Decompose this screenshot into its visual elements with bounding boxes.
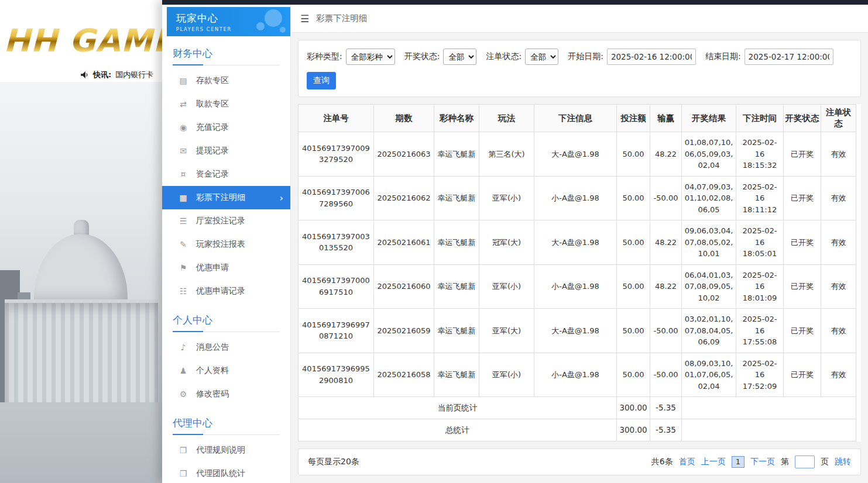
top-dark-strip (162, 0, 868, 5)
table-cell: 已开奖 (784, 176, 821, 220)
main-header: ☰ 彩票下注明细 (291, 5, 868, 33)
sidebar-item-label: 厅室投注记录 (196, 216, 245, 226)
hall-bet-records-icon: ☰ (177, 216, 189, 226)
sidebar-subtitle: PLAYERS CENTER (176, 26, 283, 32)
table-cell: 冠军(大) (479, 220, 534, 265)
table-row: 40156917396995290081020250216058幸运飞艇新亚军(… (299, 353, 856, 397)
table-cell: 401569173969970871210 (299, 309, 374, 353)
page-suffix-text: 页 (821, 457, 829, 467)
menu-toggle-icon[interactable]: ☰ (300, 13, 309, 25)
sidebar-item-agent-team-stats[interactable]: ❒代理团队统计 (173, 462, 284, 483)
table-cell: 03,02,01,10,07,08,04,05,06,09 (682, 309, 736, 353)
next-page-link[interactable]: 下一页 (750, 457, 775, 467)
table-cell: 50.00 (617, 353, 650, 397)
prev-page-link[interactable]: 上一页 (701, 457, 726, 467)
sidebar-item-personal-profile[interactable]: ♟个人资料 (173, 359, 284, 382)
chevron-right-icon: › (280, 192, 283, 203)
column-header: 彩种名称 (434, 105, 479, 132)
bet-status-select[interactable]: 全部 (525, 49, 558, 65)
table-cell: 幸运飞艇新 (434, 220, 479, 265)
sidebar-item-promo-application-records[interactable]: ☷优惠申请记录 (173, 280, 284, 303)
recharge-records-icon: ◉ (177, 123, 189, 132)
end-date-input[interactable] (745, 49, 833, 65)
table-cell: 2025-02-16 18:15:32 (736, 132, 784, 177)
sidebar-item-hall-bet-records[interactable]: ☰厅室投注记录 (173, 209, 284, 233)
jump-link[interactable]: 跳转 (835, 457, 851, 467)
table-cell: 大-A盘@1.98 (534, 220, 617, 265)
sidebar-item-deposit-zone[interactable]: ▤存款专区 (173, 69, 284, 92)
bet-status-label: 注单状态: (486, 51, 522, 62)
ticker-text: 国内银行卡 (115, 70, 153, 80)
start-date-input[interactable] (607, 49, 696, 65)
column-header: 开奖结果 (682, 105, 736, 132)
summary-row: 总统计300.00-5.35 (299, 419, 856, 441)
table-row: 40156917397003013552020250216061幸运飞艇新冠军(… (299, 220, 856, 265)
search-button[interactable]: 查询 (307, 72, 336, 89)
sidebar-item-withdraw-zone[interactable]: ⇄取款专区 (173, 92, 284, 116)
sidebar-item-fund-records[interactable]: ¤资金记录 (173, 163, 284, 186)
sidebar-item-lottery-bet-details[interactable]: ▦彩票下注明细› (162, 186, 290, 209)
draw-status-select[interactable]: 全部 (443, 49, 476, 65)
table-cell: 50.00 (617, 309, 650, 353)
table-row: 40156917396997087121020250216059幸运飞艇新亚军(… (299, 309, 856, 353)
table-cell: 已开奖 (784, 132, 821, 177)
sidebar-item-label: 资金记录 (196, 169, 229, 180)
table-cell: 亚军(小) (479, 353, 534, 397)
table-cell: -50.00 (650, 353, 682, 397)
column-header: 玩法 (479, 105, 534, 132)
deposit-zone-icon: ▤ (177, 76, 189, 85)
sidebar-section-title: 财务中心 (173, 47, 280, 65)
column-header: 开奖状态 (784, 105, 821, 132)
table-cell: 20250216060 (374, 264, 434, 309)
table-cell: 01,08,07,10,06,05,09,03,02,04 (682, 132, 736, 177)
sidebar-item-agent-rules[interactable]: ❐代理规则说明 (173, 439, 284, 462)
table-cell: 亚军(小) (479, 176, 534, 220)
start-date-label: 开始日期: (568, 51, 603, 62)
sidebar-section-title: 代理中心 (173, 416, 280, 435)
lottery-type-label: 彩种类型: (307, 51, 342, 62)
sidebar-item-player-bet-report[interactable]: ✎玩家投注报表 (173, 233, 284, 256)
table-cell: 有效 (821, 309, 856, 353)
sidebar-item-withdrawal-records[interactable]: ✉提现记录 (173, 139, 284, 163)
sidebar-item-recharge-records[interactable]: ◉充值记录 (173, 116, 284, 139)
table-cell: 有效 (821, 264, 856, 309)
table-cell: 401569173970030135520 (299, 220, 374, 265)
sidebar-item-change-password[interactable]: ⚙修改密码 (173, 382, 284, 406)
table-cell: 20250216058 (374, 353, 434, 397)
page-title: 彩票下注明细 (316, 13, 367, 24)
column-header: 下注时间 (736, 105, 784, 132)
site-logo: HH GAME (4, 22, 162, 59)
table-cell: 幸运飞艇新 (434, 353, 479, 397)
summary-empty (682, 397, 856, 419)
pager-controls: 共6条 首页 上一页 1 下一页 第 页 跳转 (651, 456, 851, 468)
table-cell: 亚军(小) (479, 264, 534, 309)
sidebar-header: 玩家中心 PLAYERS CENTER (167, 7, 290, 36)
sidebar-item-label: 代理规则说明 (196, 445, 245, 456)
table-cell: -50.00 (650, 176, 682, 220)
table-row: 40156917397006728956020250216062幸运飞艇新亚军(… (299, 176, 856, 220)
sidebar-item-label: 充值记录 (196, 122, 229, 133)
agent-team-stats-icon: ❒ (177, 469, 189, 478)
summary-empty (682, 419, 856, 441)
lottery-type-select[interactable]: 全部彩种 (346, 49, 395, 65)
withdraw-zone-icon: ⇄ (177, 99, 189, 109)
table-cell: 401569173969952900810 (299, 353, 374, 397)
bets-table: 注单号期数彩种名称玩法下注信息投注额输赢开奖结果下注时间开奖状态注单状态 401… (298, 104, 856, 441)
table-cell: 401569173970067289560 (299, 176, 374, 220)
sidebar-section-title: 个人中心 (173, 313, 280, 332)
page-number-input[interactable] (795, 456, 815, 468)
sidebar-item-message-announcements[interactable]: ♪消息公告 (173, 336, 284, 359)
sidebar-item-promo-application[interactable]: ⚑优惠申请 (173, 256, 284, 280)
first-page-link[interactable]: 首页 (679, 457, 695, 467)
table-body: 40156917397009327952020250216063幸运飞艇新第三名… (299, 132, 856, 441)
table-cell: 20250216062 (374, 176, 434, 220)
sidebar-item-label: 优惠申请 (196, 263, 229, 273)
fund-records-icon: ¤ (177, 170, 189, 179)
column-header: 注单号 (299, 105, 374, 132)
table-header-row: 注单号期数彩种名称玩法下注信息投注额输赢开奖结果下注时间开奖状态注单状态 (299, 105, 856, 132)
page-size-text: 每页显示20条 (308, 457, 359, 467)
current-page-indicator[interactable]: 1 (732, 456, 745, 468)
decorative-bubble (280, 27, 286, 33)
summary-row: 当前页统计300.00-5.35 (299, 397, 856, 419)
sidebar-item-label: 彩票下注明细 (196, 192, 245, 203)
